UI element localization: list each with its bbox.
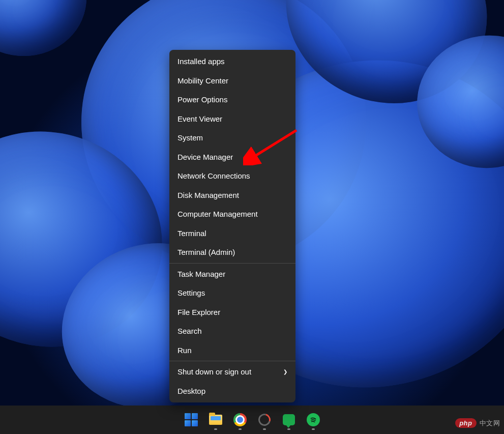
running-indicator <box>263 428 266 430</box>
menu-item-label: Computer Management <box>177 209 258 219</box>
menu-item-power-options[interactable]: Power Options <box>169 90 295 109</box>
chrome-icon <box>233 413 247 426</box>
ring-icon <box>256 412 273 428</box>
start-button[interactable] <box>181 410 201 430</box>
chat-icon <box>283 414 295 425</box>
menu-item-event-viewer[interactable]: Event Viewer <box>169 109 295 129</box>
menu-item-settings[interactable]: Settings <box>169 283 295 303</box>
running-indicator <box>312 428 315 430</box>
menu-item-label: Terminal <box>177 228 206 239</box>
taskbar-chat[interactable] <box>279 410 299 430</box>
menu-item-label: Task Manager <box>177 269 225 279</box>
menu-item-terminal[interactable]: Terminal <box>169 224 295 243</box>
spotify-icon <box>307 413 320 426</box>
menu-item-file-explorer[interactable]: File Explorer <box>169 303 295 322</box>
menu-separator <box>169 263 295 264</box>
menu-item-label: Event Viewer <box>177 114 222 124</box>
menu-item-run[interactable]: Run <box>169 341 295 360</box>
running-indicator <box>239 428 242 430</box>
folder-icon <box>209 415 222 425</box>
running-indicator <box>214 428 217 430</box>
menu-item-label: Terminal (Admin) <box>177 247 235 257</box>
menu-item-network-connections[interactable]: Network Connections <box>169 166 295 186</box>
taskbar-chrome[interactable] <box>230 410 250 430</box>
watermark: php 中文网 <box>455 418 500 428</box>
menu-item-task-manager[interactable]: Task Manager <box>169 265 295 284</box>
menu-item-label: Settings <box>177 288 205 298</box>
chevron-right-icon: ❯ <box>283 368 287 375</box>
menu-item-device-manager[interactable]: Device Manager <box>169 148 295 167</box>
menu-item-desktop[interactable]: Desktop <box>169 382 295 401</box>
menu-item-label: File Explorer <box>177 307 220 317</box>
taskbar-file-explorer[interactable] <box>205 410 226 430</box>
menu-item-label: Shut down or sign out <box>177 367 251 377</box>
menu-item-label: Power Options <box>177 95 227 105</box>
menu-item-shutdown-signout[interactable]: Shut down or sign out ❯ <box>169 362 295 382</box>
taskbar <box>0 406 504 434</box>
watermark-badge: php <box>455 418 476 428</box>
running-indicator <box>287 428 290 430</box>
menu-item-label: Search <box>177 326 202 336</box>
menu-item-label: Run <box>177 345 192 356</box>
watermark-text: 中文网 <box>480 419 500 428</box>
wallpaper-shape <box>0 0 92 61</box>
menu-item-disk-management[interactable]: Disk Management <box>169 186 295 205</box>
menu-item-search[interactable]: Search <box>169 322 295 341</box>
menu-item-label: Desktop <box>177 386 205 396</box>
taskbar-spotify[interactable] <box>303 410 323 430</box>
menu-item-label: System <box>177 133 203 143</box>
menu-item-label: Network Connections <box>177 171 250 181</box>
menu-item-mobility-center[interactable]: Mobility Center <box>169 71 295 91</box>
menu-item-installed-apps[interactable]: Installed apps <box>169 52 295 71</box>
menu-item-label: Device Manager <box>177 152 233 162</box>
menu-item-computer-management[interactable]: Computer Management <box>169 205 295 224</box>
menu-item-label: Installed apps <box>177 56 225 67</box>
menu-item-system[interactable]: System <box>169 128 295 148</box>
taskbar-app-circle[interactable] <box>254 410 275 430</box>
menu-item-label: Mobility Center <box>177 76 228 86</box>
winx-context-menu: Installed apps Mobility Center Power Opt… <box>169 50 295 402</box>
menu-separator <box>169 361 295 361</box>
menu-item-label: Disk Management <box>177 190 239 200</box>
windows-logo-icon <box>185 413 198 426</box>
menu-item-terminal-admin[interactable]: Terminal (Admin) <box>169 243 295 262</box>
